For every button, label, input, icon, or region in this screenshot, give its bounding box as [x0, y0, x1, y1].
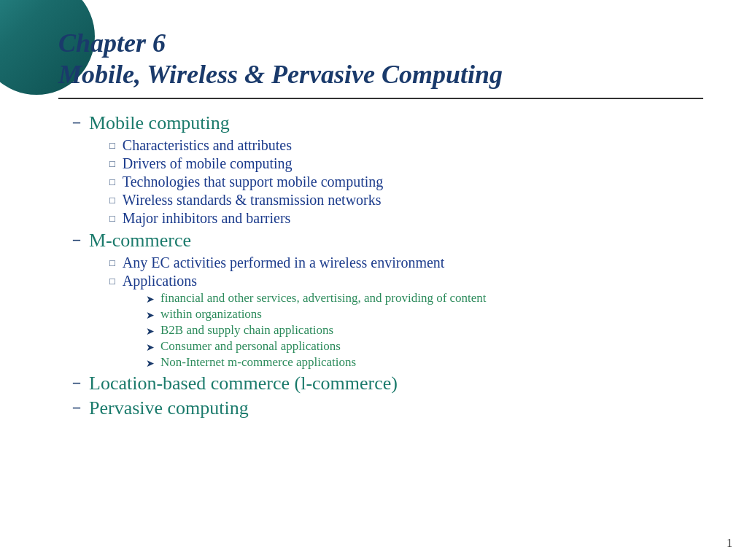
level3-label: Consumer and personal applications — [160, 339, 341, 354]
list-item-technologies: □ Technologies that support mobile compu… — [109, 174, 703, 190]
level1-label: Mobile computing — [89, 112, 230, 134]
arrow-icon: ➤ — [146, 293, 155, 306]
list-item-consumer: ➤ Consumer and personal applications — [146, 339, 703, 354]
level2-label: Major inhibitors and barriers — [123, 210, 291, 227]
list-item-non-internet: ➤ Non-Internet m-commerce applications — [146, 355, 703, 370]
level3-label: within organizations — [160, 307, 262, 322]
list-item-applications: □ Applications — [109, 273, 703, 289]
level3-label: Non-Internet m-commerce applications — [160, 355, 356, 370]
list-item-within-org: ➤ within organizations — [146, 307, 703, 322]
list-item-inhibitors: □ Major inhibitors and barriers — [109, 210, 703, 227]
list-item-l-commerce: – Location-based commerce (l-commerce) — [73, 373, 703, 394]
dash-icon: – — [73, 374, 80, 391]
slide-content: Chapter 6 Mobile, Wireless & Pervasive C… — [0, 0, 747, 437]
arrow-icon: ➤ — [146, 325, 155, 338]
level1-label: Pervasive computing — [89, 397, 249, 419]
dash-icon: – — [73, 114, 80, 131]
list-item-pervasive-computing: – Pervasive computing — [73, 397, 703, 419]
title-line2: Mobile, Wireless & Pervasive Computing — [58, 59, 703, 90]
applications-children: ➤ financial and other services, advertis… — [73, 291, 703, 370]
list-item-wireless-standards: □ Wireless standards & transmission netw… — [109, 192, 703, 209]
level1-label: Location-based commerce (l-commerce) — [89, 373, 398, 394]
list-item-b2b: ➤ B2B and supply chain applications — [146, 323, 703, 338]
square-bullet-icon: □ — [109, 176, 115, 188]
level3-label: financial and other services, advertisin… — [160, 291, 487, 306]
level1-label: M-commerce — [89, 230, 191, 252]
title-section: Chapter 6 Mobile, Wireless & Pervasive C… — [58, 15, 703, 99]
arrow-icon: ➤ — [146, 357, 155, 370]
level2-label: Drivers of mobile computing — [123, 155, 293, 172]
page-number: 1 — [727, 537, 732, 550]
dash-icon: – — [73, 399, 80, 416]
square-bullet-icon: □ — [109, 195, 115, 206]
level3-label: B2B and supply chain applications — [160, 323, 333, 338]
arrow-icon: ➤ — [146, 309, 155, 322]
arrow-icon: ➤ — [146, 341, 155, 354]
level2-label: Applications — [123, 273, 197, 289]
square-bullet-icon: □ — [109, 213, 115, 225]
level2-label: Characteristics and attributes — [123, 137, 292, 154]
list-item-m-commerce: – M-commerce — [73, 230, 703, 252]
square-bullet-icon: □ — [109, 257, 115, 269]
m-commerce-children: □ Any EC activities performed in a wirel… — [73, 254, 703, 289]
list-item-financial: ➤ financial and other services, advertis… — [146, 291, 703, 306]
list-item-characteristics: □ Characteristics and attributes — [109, 137, 703, 154]
title-divider — [58, 98, 703, 99]
list-item-any-ec: □ Any EC activities performed in a wirel… — [109, 254, 703, 271]
square-bullet-icon: □ — [109, 140, 115, 152]
mobile-computing-children: □ Characteristics and attributes □ Drive… — [73, 137, 703, 227]
dash-icon: – — [73, 231, 80, 248]
level2-label: Technologies that support mobile computi… — [123, 174, 383, 190]
list-item-drivers: □ Drivers of mobile computing — [109, 155, 703, 172]
list-item-mobile-computing: – Mobile computing — [73, 112, 703, 134]
square-bullet-icon: □ — [109, 158, 115, 170]
level2-label: Any EC activities performed in a wireles… — [123, 254, 445, 271]
level2-label: Wireless standards & transmission networ… — [123, 192, 382, 209]
title-line1: Chapter 6 — [58, 28, 703, 59]
square-bullet-icon: □ — [109, 276, 115, 287]
main-list-area: – Mobile computing □ Characteristics and… — [58, 112, 703, 419]
